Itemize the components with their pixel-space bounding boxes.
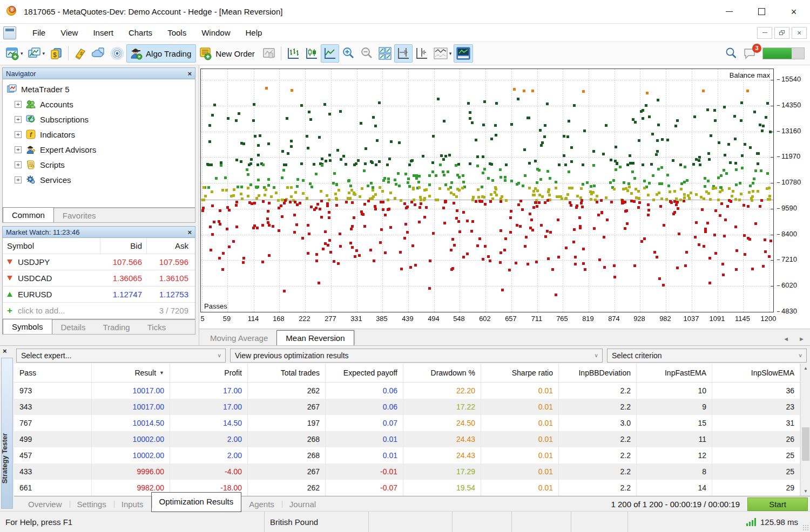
menu-view[interactable]: View: [53, 25, 85, 40]
column-header-pass[interactable]: Pass: [14, 364, 92, 382]
scroll-left-icon[interactable]: ◄: [783, 336, 789, 342]
strategy-tester-button[interactable]: [454, 44, 473, 63]
bar-chart-mode-button[interactable]: [284, 44, 302, 63]
menu-help[interactable]: Help: [238, 25, 270, 40]
profiles-button[interactable]: ▾: [25, 44, 48, 63]
virtual-hosting-button[interactable]: [90, 44, 108, 63]
market-watch-close-icon[interactable]: ×: [187, 228, 192, 236]
close-button[interactable]: ×: [778, 0, 810, 23]
chart-tab-moving-average[interactable]: Moving Average: [201, 331, 276, 345]
click-to-add-row[interactable]: +click to add...3 / 7209: [3, 303, 195, 319]
expand-icon[interactable]: +: [15, 101, 22, 108]
market-watch-tab-symbols[interactable]: Symbols: [3, 319, 52, 334]
algo-trading-button[interactable]: Algo Trading: [126, 44, 196, 63]
indicators-button[interactable]: ▾: [431, 44, 454, 63]
line-chart-mode-button[interactable]: [321, 44, 339, 63]
tester-tab-agents[interactable]: Agents: [241, 497, 282, 511]
tile-windows-button[interactable]: [376, 44, 394, 63]
result-row-pass-973[interactable]: 97310017.0017.002620.0622.200.012.21036: [14, 383, 800, 399]
table-scrollbar[interactable]: ▲ ▼: [800, 364, 810, 496]
scrollbar-thumb[interactable]: [802, 427, 809, 461]
mql5-community-button[interactable]: 5: [71, 44, 90, 63]
menu-insert[interactable]: Insert: [85, 25, 121, 40]
result-row-pass-661[interactable]: 6619982.00-18.00262-0.0719.540.012.21429: [14, 480, 800, 496]
scroll-down-icon[interactable]: ▼: [801, 487, 810, 496]
tester-tab-optimization-results[interactable]: Optimization Results: [151, 492, 242, 512]
minimize-button[interactable]: [713, 0, 745, 23]
result-row-pass-343[interactable]: 34310017.0017.002670.0617.220.012.2923: [14, 399, 800, 415]
tester-tab-journal[interactable]: Journal: [282, 497, 323, 511]
tester-tab-inputs[interactable]: Inputs: [114, 497, 151, 511]
chart-shift-button[interactable]: [413, 44, 431, 63]
maximize-button[interactable]: [745, 0, 778, 23]
expand-icon[interactable]: +: [15, 146, 22, 153]
deposit-button[interactable]: $: [47, 44, 65, 63]
column-ask[interactable]: Ask: [146, 238, 193, 254]
mdi-restore-button[interactable]: [774, 27, 789, 39]
column-header-sharpe-ratio[interactable]: Sharpe ratio: [481, 364, 559, 382]
new-chart-button[interactable]: ▾: [3, 44, 25, 63]
navigator-item-expert-advisors[interactable]: +Expert Advisors: [3, 142, 195, 157]
navigator-item-scripts[interactable]: +Scripts: [3, 157, 195, 172]
result-row-pass-499[interactable]: 49910002.002.002680.0124.430.012.21126: [14, 431, 800, 447]
pattern-search-button[interactable]: [260, 44, 278, 63]
column-bid[interactable]: Bid: [100, 238, 146, 254]
candlestick-mode-button[interactable]: [302, 44, 321, 63]
zoom-in-button[interactable]: [339, 44, 357, 63]
notifications-button[interactable]: 3: [743, 47, 757, 60]
expand-icon[interactable]: +: [15, 161, 22, 168]
column-header-inpslowema[interactable]: InpSlowEMA: [712, 364, 800, 382]
navigator-item-accounts[interactable]: +Accounts: [3, 97, 195, 112]
new-order-button[interactable]: New Order: [196, 44, 260, 63]
start-button[interactable]: Start: [747, 497, 808, 511]
profiles-caret-icon[interactable]: ▾: [43, 51, 45, 56]
navigator-item-services[interactable]: +Services: [3, 172, 195, 187]
zoom-out-button[interactable]: [357, 44, 376, 63]
symbol-row-eurusd[interactable]: EURUSD1.127471.12753: [3, 287, 195, 303]
menu-charts[interactable]: Charts: [121, 25, 160, 40]
result-row-pass-433[interactable]: 4339996.00-4.00267-0.0117.290.012.2825: [14, 463, 800, 480]
menu-tools[interactable]: Tools: [160, 25, 194, 40]
expand-icon[interactable]: +: [15, 176, 22, 183]
column-header-drawdown-[interactable]: Drawdown %: [403, 364, 481, 382]
expand-icon[interactable]: +: [15, 116, 22, 123]
column-header-inpfastema[interactable]: InpFastEMA: [637, 364, 712, 382]
column-header-inpbbdeviation[interactable]: InpBBDeviation: [559, 364, 637, 382]
chart-tab-mean-reversion[interactable]: Mean Reversion: [276, 330, 354, 345]
new-chart-caret-icon[interactable]: ▾: [21, 51, 23, 56]
navigator-close-icon[interactable]: ×: [187, 70, 192, 78]
symbol-row-usdcad[interactable]: USDCAD1.360651.36105: [3, 270, 195, 287]
column-header-expected-payoff[interactable]: Expected payoff: [326, 364, 403, 382]
column-header-profit[interactable]: Profit: [170, 364, 248, 382]
mdi-close-button[interactable]: ×: [792, 27, 807, 39]
resize-grip[interactable]: [802, 524, 809, 531]
menu-file[interactable]: File: [25, 25, 53, 40]
navigator-item-subscriptions[interactable]: +Subscriptions: [3, 112, 195, 127]
expert-select[interactable]: Select expert... ˅: [16, 349, 226, 363]
mdi-minimize-button[interactable]: [757, 27, 772, 39]
auto-scroll-button[interactable]: [394, 44, 413, 63]
result-row-pass-767[interactable]: 76710014.5014.501970.0724.500.013.01531: [14, 415, 800, 431]
column-header-result[interactable]: Result▼: [92, 364, 170, 382]
market-watch-tab-trading[interactable]: Trading: [94, 320, 138, 334]
column-header-total-trades[interactable]: Total trades: [248, 364, 326, 382]
indicators-caret-icon[interactable]: ▾: [449, 51, 452, 56]
symbol-row-usdjpy[interactable]: USDJPY107.566107.596: [3, 254, 195, 270]
navigator-tab-favorites[interactable]: Favorites: [54, 209, 105, 222]
tester-close-icon[interactable]: ×: [3, 347, 7, 355]
signals-button[interactable]: [108, 44, 126, 63]
search-icon[interactable]: [725, 47, 738, 60]
optimization-scatter-plot[interactable]: Balance max Passes: [200, 69, 774, 312]
mode-select[interactable]: View previous optimization results ˅: [230, 349, 603, 363]
tester-tab-settings[interactable]: Settings: [70, 497, 114, 511]
tester-tab-overview[interactable]: Overview: [21, 497, 70, 511]
navigator-item-indicators[interactable]: +fIndicators: [3, 127, 195, 142]
expand-icon[interactable]: +: [15, 131, 22, 138]
scroll-up-icon[interactable]: ▲: [801, 364, 810, 373]
chart-document-icon[interactable]: [3, 26, 16, 39]
menu-window[interactable]: Window: [194, 25, 238, 40]
navigator-root-item[interactable]: MetaTrader 5: [3, 81, 195, 97]
navigator-tab-common[interactable]: Common: [3, 207, 54, 222]
market-watch-tab-ticks[interactable]: Ticks: [139, 320, 174, 334]
column-symbol[interactable]: Symbol: [3, 241, 100, 250]
